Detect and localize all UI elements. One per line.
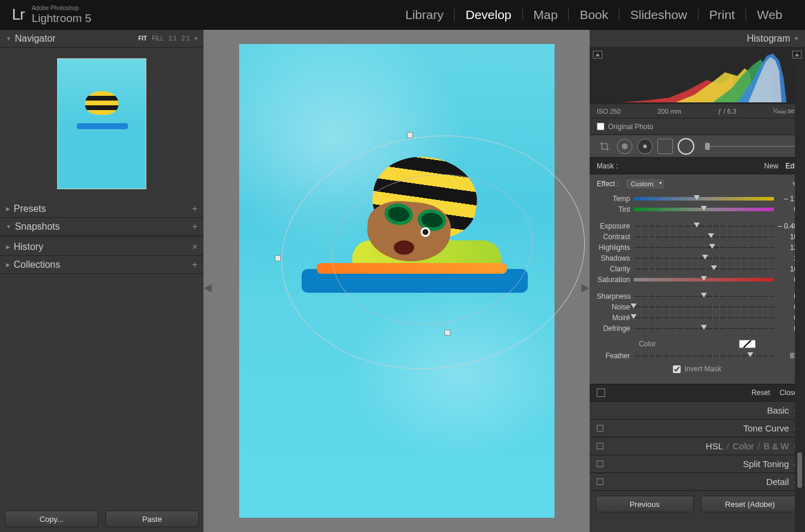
basic-panel-header[interactable]: Basic◀ bbox=[590, 402, 805, 420]
zoom-fit[interactable]: FIT bbox=[138, 35, 147, 42]
mask-new-button[interactable]: New bbox=[764, 162, 778, 170]
snapshots-header[interactable]: ▼ Snapshots + bbox=[0, 218, 203, 236]
contrast-slider[interactable] bbox=[634, 235, 774, 239]
contrast-value[interactable]: 10 bbox=[774, 233, 798, 241]
module-slideshow[interactable]: Slideshow bbox=[619, 8, 698, 21]
original-photo-row: Original Photo bbox=[590, 118, 805, 135]
navigator-header[interactable]: ▼ Navigator FIT FILL 1:1 2:1 ▾ bbox=[0, 30, 203, 48]
zoom-2-1[interactable]: 2:1 bbox=[181, 35, 190, 42]
defringe-slider[interactable] bbox=[634, 327, 774, 330]
zoom-more-icon[interactable]: ▾ bbox=[195, 35, 198, 42]
panel-switch-icon[interactable] bbox=[597, 478, 603, 485]
reset-button[interactable]: Reset bbox=[751, 389, 770, 397]
effect-dropdown[interactable]: Custom bbox=[626, 179, 664, 189]
copy-button[interactable]: Copy... bbox=[5, 511, 98, 527]
spot-removal-tool-icon[interactable] bbox=[617, 139, 632, 154]
exposure-value[interactable]: – 0.48 bbox=[774, 222, 798, 230]
crop-tool-icon[interactable] bbox=[597, 139, 612, 154]
mask-row: Mask : New Edit bbox=[590, 158, 805, 174]
highlights-slider[interactable] bbox=[634, 246, 774, 249]
add-collection-icon[interactable]: + bbox=[192, 259, 198, 270]
saturation-value[interactable]: 0 bbox=[774, 276, 798, 284]
module-library[interactable]: Library bbox=[394, 8, 455, 21]
panel-switch-icon[interactable] bbox=[597, 389, 605, 397]
splittoning-panel-header[interactable]: Split Toning◀ bbox=[590, 455, 805, 473]
color-swatch[interactable] bbox=[739, 340, 756, 348]
presets-header[interactable]: ▶ Presets + bbox=[0, 200, 203, 218]
invert-mask-label: Invert Mask bbox=[684, 365, 721, 373]
paste-button[interactable]: Paste bbox=[105, 511, 199, 527]
triangle-down-icon: ▼ bbox=[6, 224, 11, 230]
zoom-fill[interactable]: FILL bbox=[152, 35, 164, 42]
temp-value[interactable]: – 11 bbox=[774, 195, 798, 203]
clarity-label: Clarity bbox=[597, 265, 634, 273]
detail-panel-header[interactable]: Detail◀ bbox=[590, 473, 805, 491]
shadows-label: Shadows bbox=[597, 254, 634, 262]
add-preset-icon[interactable]: + bbox=[192, 204, 198, 214]
effect-title: Effect : bbox=[597, 180, 619, 188]
radial-handle-top[interactable] bbox=[407, 132, 413, 138]
clarity-slider[interactable] bbox=[634, 267, 774, 271]
module-map[interactable]: Map bbox=[523, 8, 569, 21]
right-scrollbar[interactable] bbox=[795, 60, 805, 532]
histogram-chart[interactable] bbox=[590, 48, 805, 104]
moire-slider[interactable] bbox=[634, 316, 774, 320]
clear-history-icon[interactable]: × bbox=[192, 242, 198, 252]
radial-filter-pin[interactable] bbox=[421, 227, 430, 237]
tint-slider[interactable] bbox=[634, 208, 774, 211]
triangle-right-icon: ▶ bbox=[6, 206, 10, 212]
original-photo-checkbox[interactable] bbox=[597, 123, 604, 130]
exif-iso: ISO 250 bbox=[597, 108, 621, 115]
reset-adobe-button[interactable]: Reset (Adobe) bbox=[701, 496, 799, 512]
feather-slider[interactable] bbox=[634, 354, 774, 358]
reset-close-row: Reset Close bbox=[590, 384, 805, 402]
module-book[interactable]: Book bbox=[569, 8, 619, 21]
highlights-value[interactable]: 12 bbox=[774, 243, 798, 252]
module-web[interactable]: Web bbox=[746, 8, 793, 21]
zoom-1-1[interactable]: 1:1 bbox=[168, 35, 177, 42]
hsl-panel-header[interactable]: HSL/ Color/ B & W ◀ bbox=[590, 437, 805, 455]
navigator-thumbnail[interactable] bbox=[0, 48, 203, 200]
module-develop[interactable]: Develop bbox=[455, 8, 522, 21]
presets-title: Presets bbox=[14, 204, 46, 214]
feather-value[interactable]: 83 bbox=[774, 352, 798, 360]
noise-value[interactable]: 0 bbox=[774, 303, 798, 311]
shadows-value[interactable]: 2 bbox=[774, 254, 798, 262]
sharpness-value[interactable]: 0 bbox=[774, 292, 798, 301]
collections-header[interactable]: ▶ Collections + bbox=[0, 256, 203, 274]
sharpness-slider[interactable] bbox=[634, 295, 774, 298]
histogram-header[interactable]: Histogram ▼ bbox=[590, 30, 805, 48]
navigator-title: Navigator bbox=[15, 33, 55, 44]
redeye-tool-icon[interactable] bbox=[637, 139, 653, 154]
brush-amount-slider[interactable] bbox=[705, 146, 798, 147]
tint-value[interactable]: 0 bbox=[774, 205, 798, 214]
noise-label: Noise bbox=[597, 303, 634, 311]
highlights-label: Highlights bbox=[597, 243, 634, 252]
defringe-value[interactable]: 0 bbox=[774, 324, 798, 333]
expand-right-arrow-icon[interactable]: ▶ bbox=[581, 281, 590, 294]
radial-handle-left[interactable] bbox=[275, 255, 281, 261]
tonecurve-panel-header[interactable]: Tone Curve◀ bbox=[590, 420, 805, 437]
history-header[interactable]: ▶ History × bbox=[0, 238, 203, 256]
invert-mask-checkbox[interactable] bbox=[673, 365, 681, 373]
moire-value[interactable]: 0 bbox=[774, 314, 798, 322]
shadows-slider[interactable] bbox=[634, 256, 774, 260]
image-canvas[interactable]: ◀ ▶ bbox=[203, 30, 590, 532]
exposure-slider[interactable] bbox=[634, 224, 774, 228]
panel-switch-icon[interactable] bbox=[597, 425, 603, 431]
previous-button[interactable]: Previous bbox=[596, 496, 694, 512]
panel-switch-icon[interactable] bbox=[597, 443, 603, 449]
radial-filter-tool-icon[interactable] bbox=[678, 138, 694, 155]
expand-left-arrow-icon[interactable]: ◀ bbox=[203, 281, 212, 294]
clarity-value[interactable]: 16 bbox=[774, 265, 798, 273]
triangle-down-icon: ▼ bbox=[6, 36, 11, 42]
saturation-slider[interactable] bbox=[634, 278, 774, 281]
noise-slider[interactable] bbox=[634, 305, 774, 309]
temp-slider[interactable] bbox=[634, 197, 774, 201]
add-snapshot-icon[interactable]: + bbox=[192, 221, 198, 232]
module-print[interactable]: Print bbox=[698, 8, 746, 21]
panel-switch-icon[interactable] bbox=[597, 461, 603, 467]
radial-handle-bottom[interactable] bbox=[444, 330, 450, 336]
graduated-filter-tool-icon[interactable] bbox=[657, 139, 673, 154]
contrast-label: Contrast bbox=[597, 233, 634, 241]
